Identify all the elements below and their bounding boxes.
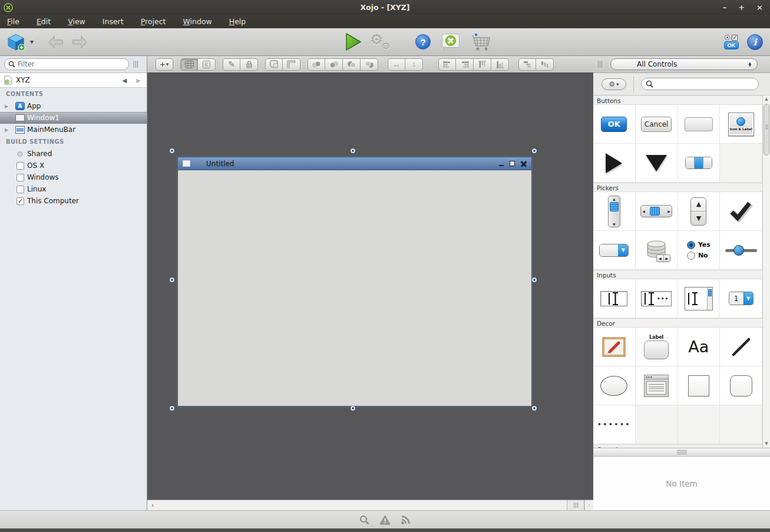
menu-window[interactable]: Window xyxy=(183,17,211,26)
scroll-right-button[interactable]: › xyxy=(584,500,593,510)
library-item-label-control[interactable]: Aa xyxy=(678,328,721,366)
navigator-item-this-computer[interactable]: ✓This Computer xyxy=(0,195,147,207)
library-item-push-button-default[interactable]: OK xyxy=(593,105,636,144)
library-item-text-field[interactable] xyxy=(593,279,636,318)
align-right-button[interactable] xyxy=(456,58,474,71)
library-item-checkbox-control[interactable] xyxy=(720,192,762,231)
layout-view-button[interactable] xyxy=(180,58,198,71)
navigator-item-window1[interactable]: Window1 xyxy=(0,112,147,124)
library-item-data-control[interactable]: ◀▶ xyxy=(636,231,678,270)
scroll-down-button[interactable]: ▼ xyxy=(763,440,770,448)
selection-handle[interactable] xyxy=(170,148,174,153)
ruler-button[interactable] xyxy=(283,58,300,71)
title-bar[interactable]: Xojo - [XYZ] – + × xyxy=(0,0,770,15)
order-backward-button[interactable] xyxy=(343,58,361,71)
same-width-button[interactable]: ↔ xyxy=(388,58,405,71)
library-search-field[interactable] xyxy=(641,78,759,90)
scroll-left-button[interactable]: ‹ xyxy=(147,500,158,510)
panel-splitter[interactable] xyxy=(593,448,770,457)
search-results-icon[interactable] xyxy=(359,515,369,525)
code-view-button[interactable] xyxy=(198,58,216,71)
navigator-item-os-x[interactable]: OS X xyxy=(0,160,147,171)
navigator-item-windows[interactable]: Windows xyxy=(0,171,147,183)
navigator-item-linux[interactable]: Linux xyxy=(0,183,147,195)
minimize-button[interactable]: – xyxy=(723,4,727,11)
align-left-button[interactable] xyxy=(438,58,456,71)
library-item-icon-label-button[interactable]: Icon & Label xyxy=(720,105,762,144)
library-item-password-field[interactable]: ••• xyxy=(636,279,678,318)
library-item-oval-control[interactable] xyxy=(593,366,636,405)
buy-button[interactable] xyxy=(471,32,492,51)
menu-help[interactable]: Help xyxy=(229,17,246,26)
help-button[interactable]: ? xyxy=(415,34,431,49)
library-item-popup-arrow[interactable] xyxy=(636,144,678,183)
sidebar-grip[interactable] xyxy=(134,61,138,68)
selection-handle[interactable] xyxy=(532,277,537,282)
navigator-item-mainmenubar[interactable]: ▶MainMenuBar xyxy=(0,124,147,136)
library-item-disclosure-triangle[interactable] xyxy=(593,144,636,183)
library-item-canvas-control[interactable] xyxy=(593,328,636,366)
scroll-grip[interactable] xyxy=(567,500,584,510)
selection-handle[interactable] xyxy=(532,406,537,411)
scroll-thumb[interactable] xyxy=(764,104,769,156)
disclosure-triangle-icon[interactable]: ▶ xyxy=(5,127,8,133)
run-button[interactable] xyxy=(345,32,362,51)
navigator-item-shared[interactable]: ⚙Shared xyxy=(0,148,147,160)
inspector-panel-button[interactable]: i xyxy=(747,34,763,50)
library-item-segmented-control[interactable] xyxy=(678,144,721,183)
checkbox-icon[interactable] xyxy=(16,174,24,181)
canvas-horizontal-scrollbar[interactable]: ‹ › xyxy=(147,500,593,510)
feedback-button[interactable] xyxy=(441,33,460,51)
menu-project[interactable]: Project xyxy=(141,17,166,26)
selection-handle[interactable] xyxy=(170,277,174,282)
align-bottom-button[interactable] xyxy=(491,58,509,71)
lock-button[interactable] xyxy=(240,58,258,71)
library-search-input[interactable] xyxy=(656,80,750,88)
design-canvas[interactable]: Untitled xyxy=(147,73,593,500)
add-control-button[interactable]: +▾ xyxy=(156,58,173,71)
disclosure-triangle-icon[interactable]: ▶ xyxy=(5,104,8,109)
library-item-text-area[interactable] xyxy=(678,279,721,318)
filter-input[interactable] xyxy=(18,60,118,68)
space-vertically-button[interactable] xyxy=(536,58,554,71)
feed-icon[interactable] xyxy=(401,515,411,525)
order-back-button[interactable] xyxy=(361,58,378,71)
warnings-icon[interactable] xyxy=(379,515,391,525)
library-item-horizontal-scrollbar[interactable]: ◀▶ xyxy=(636,192,678,231)
design-window-titlebar[interactable]: Untitled xyxy=(178,157,531,170)
selection-handle[interactable] xyxy=(351,406,355,411)
navigate-forward-button[interactable]: ▶ xyxy=(136,77,141,84)
library-panel-button[interactable]: ✓ OK xyxy=(724,35,739,49)
project-row[interactable]: XYZ ◀ ▶ xyxy=(0,73,147,88)
insert-menu-button[interactable]: ▾ xyxy=(30,38,34,46)
navigate-back-button[interactable]: ◀ xyxy=(123,77,127,84)
library-item-slider-control[interactable] xyxy=(720,231,762,270)
menu-view[interactable]: View xyxy=(68,17,85,26)
same-height-button[interactable]: ↕ xyxy=(405,58,423,71)
align-top-button[interactable] xyxy=(474,58,491,71)
selection-handle[interactable] xyxy=(532,148,537,153)
library-item-rounded-rectangle-control[interactable] xyxy=(720,366,762,405)
back-button[interactable] xyxy=(48,35,64,49)
scroll-up-button[interactable]: ▲ xyxy=(763,95,770,103)
library-scrollbar[interactable]: ▲ ▼ xyxy=(762,95,770,448)
library-item-vertical-scrollbar[interactable]: ▲▼ xyxy=(593,192,636,231)
library-item-radio-button-group[interactable]: YesNo xyxy=(678,231,721,270)
library-item-combo-box[interactable]: 1▼ xyxy=(720,279,762,318)
library-item-bevel-button[interactable] xyxy=(678,105,721,144)
navigator-item-app[interactable]: ▶AApp xyxy=(0,100,147,112)
library-item-group-box[interactable]: Label xyxy=(636,328,678,366)
close-button[interactable]: × xyxy=(756,4,763,11)
checkbox-icon[interactable]: ✓ xyxy=(16,197,24,205)
order-front-button[interactable] xyxy=(308,58,325,71)
maximize-button[interactable]: + xyxy=(738,4,745,11)
panel-grip[interactable] xyxy=(598,61,602,68)
scroll-track[interactable] xyxy=(158,500,567,510)
design-window[interactable]: Untitled xyxy=(177,157,532,407)
library-item-rectangle-control[interactable] xyxy=(678,366,721,405)
selection-handle[interactable] xyxy=(170,406,174,411)
forward-button[interactable] xyxy=(72,35,88,49)
library-item-popup-menu[interactable]: ▼ xyxy=(593,231,636,270)
checkbox-icon[interactable] xyxy=(16,162,24,170)
menu-insert[interactable]: Insert xyxy=(103,17,124,26)
